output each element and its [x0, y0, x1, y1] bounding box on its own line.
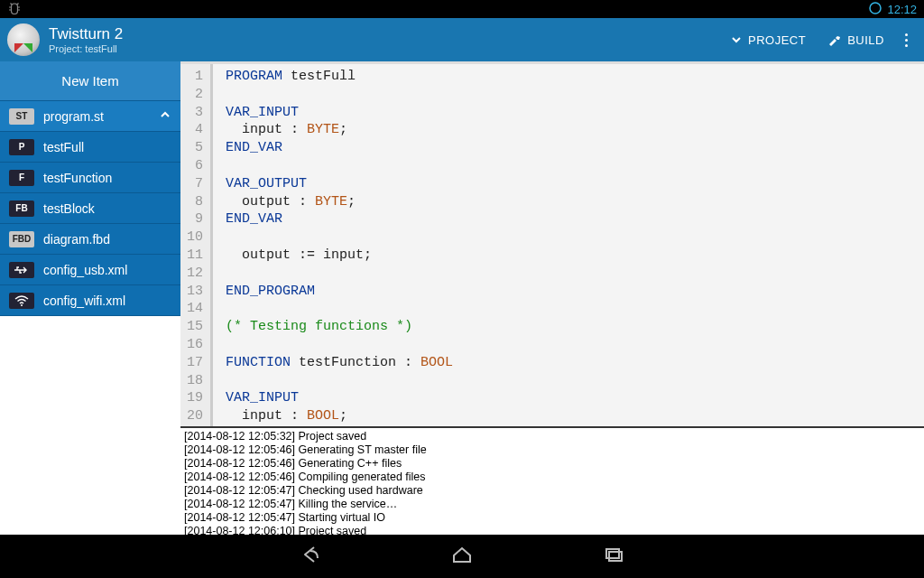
network-icon: [869, 2, 882, 17]
tree-item-label: program.st: [43, 109, 104, 124]
back-button[interactable]: [298, 542, 323, 571]
tree-item-config_wifi-xml[interactable]: config_wifi.xml: [0, 285, 180, 316]
tree-item-testFull[interactable]: PtestFull: [0, 132, 180, 163]
build-button[interactable]: BUILD: [817, 18, 895, 61]
fb-badge: FB: [9, 200, 34, 217]
tree-item-label: testBlock: [43, 201, 95, 216]
editor-wrap: 1234567891011121314151617181920212223242…: [180, 61, 924, 535]
fbd-badge: FBD: [9, 231, 34, 247]
project-label: PROJECT: [748, 33, 806, 47]
tree-item-label: config_usb.xml: [43, 263, 127, 277]
tree-item-label: diagram.fbd: [43, 232, 110, 247]
p-badge: P: [9, 139, 34, 155]
app-icon[interactable]: [7, 23, 40, 56]
tree-item-label: testFunction: [43, 171, 112, 185]
android-nav-bar: [0, 535, 924, 578]
svg-point-1: [21, 304, 23, 306]
app-subtitle: Project: testFull: [49, 43, 123, 54]
sidebar-blank: [0, 316, 180, 535]
app-title: Twistturn 2: [49, 25, 123, 43]
output-console[interactable]: [2014-08-12 12:05:32] Project saved[2014…: [180, 426, 924, 535]
svg-point-0: [870, 3, 881, 14]
status-bar: 12:12: [0, 0, 924, 18]
status-time: 12:12: [887, 3, 917, 16]
usb-badge: [9, 262, 34, 278]
new-item-label: New Item: [61, 73, 118, 89]
st-badge: ST: [9, 108, 34, 125]
code-editor[interactable]: 1234567891011121314151617181920212223242…: [180, 61, 924, 426]
home-button[interactable]: [449, 542, 475, 571]
debug-icon: [7, 2, 22, 17]
project-menu[interactable]: PROJECT: [719, 18, 817, 61]
build-label: BUILD: [847, 33, 884, 47]
sidebar: New Item STprogram.stPtestFullFtestFunct…: [0, 61, 180, 535]
tree-item-diagram-fbd[interactable]: FBDdiagram.fbd: [0, 224, 180, 255]
project-tree: STprogram.stPtestFullFtestFunctionFBtest…: [0, 101, 180, 316]
f-badge: F: [9, 170, 34, 186]
chevron-down-icon: [730, 33, 743, 46]
tree-item-program-st[interactable]: STprogram.st: [0, 101, 180, 132]
code-content[interactable]: PROGRAM testFull VAR_INPUT input : BYTE;…: [213, 64, 924, 426]
overflow-menu[interactable]: [895, 33, 917, 47]
tree-item-config_usb-xml[interactable]: config_usb.xml: [0, 255, 180, 285]
tree-item-label: testFull: [43, 140, 84, 154]
main-area: New Item STprogram.stPtestFullFtestFunct…: [0, 61, 924, 535]
tree-item-testFunction[interactable]: FtestFunction: [0, 163, 180, 193]
recent-button[interactable]: [601, 542, 626, 571]
hammer-icon: [827, 33, 842, 47]
new-item-button[interactable]: New Item: [0, 61, 180, 101]
tree-item-label: config_wifi.xml: [43, 294, 125, 308]
line-gutter: 1234567891011121314151617181920212223242…: [180, 64, 213, 426]
app-title-block: Twistturn 2 Project: testFull: [49, 25, 123, 54]
wifi-badge: [9, 293, 34, 309]
app-toolbar: Twistturn 2 Project: testFull PROJECT BU…: [0, 18, 924, 61]
tree-item-testBlock[interactable]: FBtestBlock: [0, 193, 180, 224]
chevron-up-icon: [159, 108, 171, 124]
